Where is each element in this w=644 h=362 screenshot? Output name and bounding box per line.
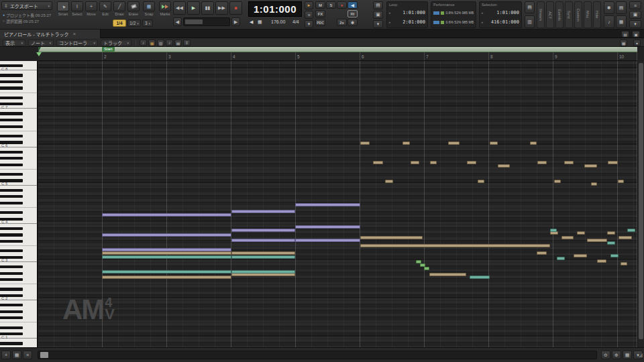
grid-icon[interactable]: ▦ [616, 15, 627, 28]
midi-note[interactable] [402, 141, 410, 145]
scrub-slider[interactable] [183, 17, 230, 26]
dock-icon[interactable]: ▣ [632, 31, 640, 38]
menu-note[interactable]: ノート▾ [28, 40, 54, 46]
midi-note[interactable] [429, 273, 466, 276]
panel-grid-icon[interactable]: ▥ [525, 15, 535, 28]
midi-note[interactable] [621, 262, 627, 265]
midi-note[interactable] [102, 251, 231, 255]
tab-piano-roll[interactable]: ピアノロール - マルチトラック × [0, 29, 101, 38]
midi-note[interactable] [584, 164, 597, 168]
midi-note[interactable] [231, 255, 295, 259]
star-icon[interactable]: ✱ [347, 19, 358, 26]
note-icon[interactable]: ♪ [140, 40, 147, 46]
loop-start-row[interactable]: ▸ 1:01:000 [389, 9, 425, 17]
midi-note[interactable] [295, 225, 360, 229]
tool-smart[interactable]: ▲ Smart [56, 1, 70, 16]
midi-note[interactable] [537, 251, 547, 255]
edit-cursor-marker[interactable] [36, 52, 42, 56]
window-layout-icon[interactable]: ▤ [373, 1, 383, 9]
horizontal-scrollbar[interactable] [38, 351, 597, 359]
midi-note[interactable] [360, 244, 550, 247]
selection-end-row[interactable]: ▸ 416:01:000 [482, 18, 519, 26]
midi-note[interactable] [608, 161, 618, 164]
chevron-down-icon[interactable]: ▾ [633, 40, 641, 46]
midi-note[interactable] [564, 161, 574, 164]
tool-draw[interactable]: ╱ Draw [113, 1, 126, 16]
midi-note[interactable] [231, 270, 295, 274]
scrub-slider-thumb[interactable] [185, 19, 203, 24]
tool-select[interactable]: I Select [70, 1, 84, 16]
menu-controller[interactable]: コントローラ▾ [56, 40, 98, 46]
record-button[interactable]: ● [229, 1, 242, 15]
toolbar-vtab[interactable]: Stream [537, 1, 545, 28]
selection-start-row[interactable]: ▸ 1:01:000 [482, 9, 519, 17]
midi-note[interactable] [448, 141, 460, 145]
time-signature-value[interactable]: 4/4 [292, 19, 299, 24]
midi-note[interactable] [411, 161, 419, 164]
marker-flags-icon[interactable] [159, 1, 171, 11]
region-start-marker[interactable] [38, 47, 41, 52]
midi-note[interactable] [424, 267, 429, 270]
rewind-button[interactable]: ◀◀ [173, 1, 186, 15]
menu-lines-icon[interactable]: ≡ [305, 11, 313, 19]
ibeam-icon[interactable]: I [71, 1, 83, 11]
zoom-fit-icon[interactable]: ▦ [623, 351, 632, 359]
add-icon[interactable]: + [1, 351, 11, 359]
midi-note[interactable] [561, 236, 574, 239]
note-length-icon[interactable]: ♪ [166, 40, 173, 46]
tempo-value[interactable]: 176.00 [271, 19, 285, 24]
midi-note[interactable] [231, 210, 295, 213]
midi-note[interactable] [574, 254, 587, 257]
chevron-down-icon[interactable]: ▾ [305, 20, 313, 28]
cursor-icon[interactable]: ▲ [57, 1, 69, 11]
note-icon[interactable]: ♪ [604, 15, 614, 28]
dock-icon[interactable]: ▣ [629, 11, 641, 19]
grid-value-dropdown[interactable]: 1/2▾ [127, 19, 141, 27]
velocity-icon[interactable]: ▥ [157, 40, 164, 46]
midi-note[interactable] [530, 141, 537, 145]
midi-note[interactable] [360, 236, 423, 239]
grid-icon[interactable]: ▦ [620, 40, 627, 46]
quantize-icon[interactable]: ▦ [148, 40, 156, 46]
toolbar-vtab[interactable]: Hide [593, 1, 601, 28]
play-rate-button[interactable]: ▸ [305, 1, 313, 9]
toolbar-vtab[interactable]: Events [555, 1, 564, 28]
midi-note[interactable] [231, 239, 295, 242]
midi-note[interactable] [577, 231, 585, 235]
midi-note[interactable] [537, 161, 547, 164]
toolbar-vtab[interactable]: Misc [584, 1, 592, 28]
eraser-icon[interactable] [127, 1, 140, 11]
resize-grip[interactable]: ◢ [639, 352, 643, 358]
play-button[interactable]: ▶ [187, 1, 200, 15]
midi-note[interactable] [467, 161, 476, 164]
zoom-in-icon[interactable]: ⊕ [612, 351, 621, 359]
vertical-scrollbar[interactable] [637, 61, 644, 347]
tool-move[interactable]: + Move [85, 1, 98, 16]
loop-end-value[interactable]: 2:01:000 [402, 19, 425, 25]
record-input-button[interactable]: RI [347, 10, 358, 17]
midi-note[interactable] [627, 229, 635, 232]
zoom-out-icon[interactable]: ⊖ [601, 351, 610, 359]
fx-button[interactable]: FX [315, 10, 325, 17]
toolbar-vtab[interactable]: Sync [565, 1, 573, 28]
menu-lines-icon[interactable]: ≡ [23, 351, 32, 359]
midi-note[interactable] [591, 182, 597, 186]
marker-lane[interactable]: Start [38, 47, 637, 52]
tool-marks[interactable]: Marks [158, 1, 172, 16]
panel-list-icon[interactable]: ▤ [525, 1, 535, 13]
solo-button[interactable]: S [326, 1, 336, 9]
menu-view[interactable]: 表示▾ [3, 40, 25, 46]
forward-button[interactable]: ▶▶ [215, 1, 228, 15]
midi-note[interactable] [231, 229, 295, 232]
settings-icon[interactable]: ✱ [604, 1, 614, 14]
close-icon[interactable]: × [73, 31, 76, 37]
measure-lane[interactable]: 2345678910 [38, 52, 637, 61]
snap-grid-icon[interactable]: ▦ [143, 1, 155, 11]
speaker-icon[interactable]: ◀ [250, 19, 253, 24]
midi-note[interactable] [231, 251, 295, 255]
monitor-button[interactable]: ◀ [347, 1, 358, 9]
grid-icon[interactable]: ▦ [12, 351, 21, 359]
midi-note[interactable] [490, 141, 498, 145]
menu-lines-icon[interactable]: ≡ [183, 40, 191, 46]
mute-button[interactable]: M [315, 1, 325, 9]
